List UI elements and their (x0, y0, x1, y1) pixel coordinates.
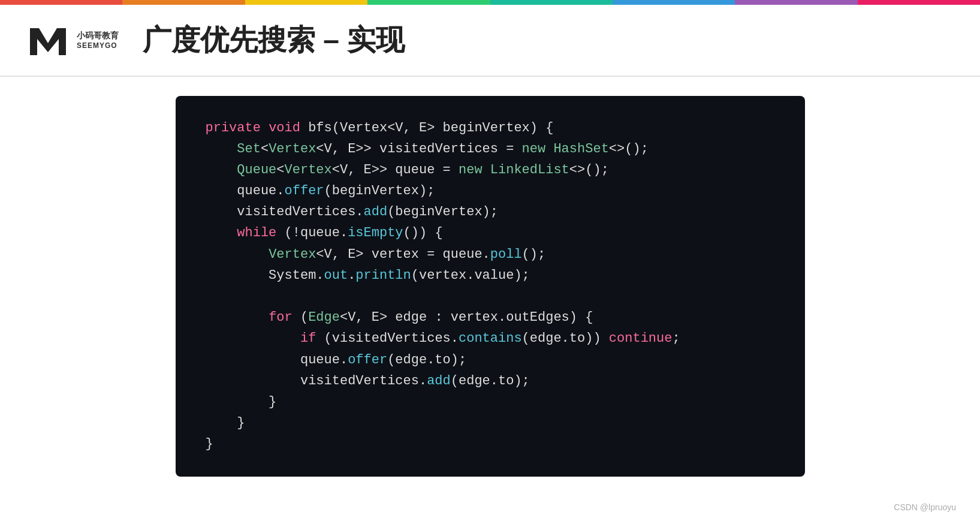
code-line-11: queue.offer(edge.to); (206, 350, 775, 371)
code-line-12: visitedVertices.add(edge.to); (206, 371, 775, 391)
main-content: private void bfs(Vertex<V, E> beginVerte… (0, 78, 980, 494)
code-line-empty (206, 286, 775, 307)
code-line-4: queue.offer(beginVertex); (206, 180, 775, 201)
code-line-13: } (206, 391, 775, 412)
code-line-2: Set<Vertex<V, E>> visitedVertices = new … (206, 138, 775, 159)
footer-text: CSDN @lpruoyu (894, 502, 956, 512)
footer: CSDN @lpruoyu (894, 502, 956, 512)
logo-icon (24, 16, 72, 64)
page-title: 广度优先搜索 – 实现 (143, 21, 405, 59)
svg-marker-0 (30, 28, 66, 55)
rainbow-bar (0, 0, 980, 5)
logo-english: SEEMYGO (77, 41, 119, 50)
logo-chinese: 小码哥教育 (77, 31, 119, 41)
code-line-1: private void bfs(Vertex<V, E> beginVerte… (206, 118, 775, 138)
code-line-5: visitedVertices.add(beginVertex); (206, 201, 775, 222)
code-line-6: while (!queue.isEmpty()) { (206, 222, 775, 243)
code-line-3: Queue<Vertex<V, E>> queue = new LinkedLi… (206, 159, 775, 180)
header: 小码哥教育 SEEMYGO 广度优先搜索 – 实现 (0, 5, 980, 77)
code-line-7: Vertex<V, E> vertex = queue.poll(); (206, 244, 775, 265)
code-line-15: } (206, 433, 775, 454)
code-line-9: for (Edge<V, E> edge : vertex.outEdges) … (206, 307, 775, 328)
code-line-8: System.out.println(vertex.value); (206, 265, 775, 286)
code-line-10: if (visitedVertices.contains(edge.to)) c… (206, 328, 775, 349)
code-block: private void bfs(Vertex<V, E> beginVerte… (176, 96, 805, 477)
logo-area: 小码哥教育 SEEMYGO (24, 16, 119, 64)
code-line-14: } (206, 412, 775, 433)
logo-text: 小码哥教育 SEEMYGO (77, 31, 119, 50)
